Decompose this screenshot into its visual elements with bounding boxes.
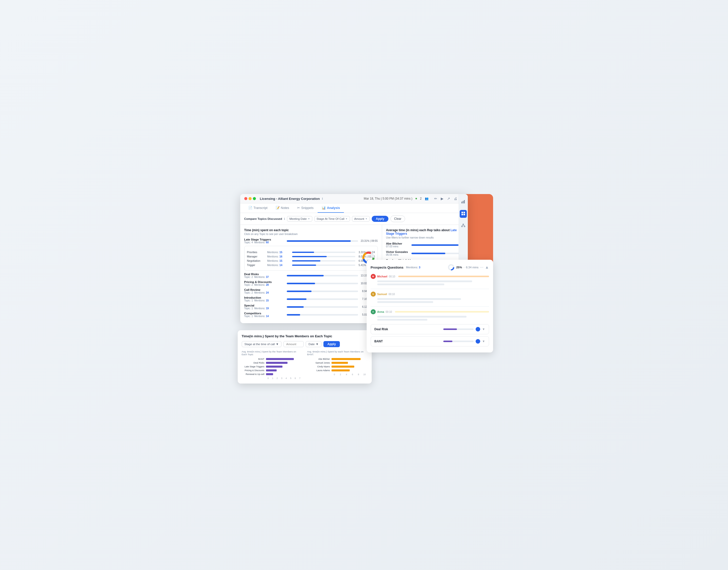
tab-snippets-label: Snippets: [301, 206, 314, 210]
rep-row-abe: Abe Blicher 07:03 mins: [386, 242, 464, 248]
info-icon[interactable]: ℹ: [322, 197, 323, 200]
topic-row-introduction[interactable]: Introduction Topic: 1 Mentions: 15 7.16%…: [244, 296, 378, 302]
topic-meta-deal-risks: Topic: 2 Mentions: 37: [244, 276, 285, 278]
maximize-window-btn[interactable]: [253, 197, 256, 200]
tab-transcript-label: Transcript: [253, 206, 267, 210]
svg-rect-11: [464, 214, 465, 215]
svg-rect-8: [462, 212, 463, 213]
right-section-title: Average time (in mins) each Rep talks ab…: [386, 228, 464, 236]
title-bar-left: Licensing - Alliant Energy Corporation ℹ: [244, 197, 323, 201]
window-title: Licensing - Alliant Energy Corporation: [260, 197, 320, 201]
pq-more-button[interactable]: ···: [480, 265, 483, 270]
stage-time-arrow: ▼: [276, 343, 279, 346]
bar-samuel: Samuel Jones: [307, 361, 368, 364]
apply-button[interactable]: Apply: [372, 216, 388, 222]
topic-name-deal-risks: Deal Risks: [244, 273, 285, 276]
sidebar-icon-network[interactable]: [460, 222, 467, 230]
avatar-anna: A: [371, 309, 376, 314]
topic-row-competitors[interactable]: Competitors Topic: 1 Mentions: 14 5.01% …: [244, 312, 378, 318]
tab-transcript[interactable]: 📄 Transcript: [244, 203, 271, 213]
bar-deal-risks: Deal Risks: [242, 361, 302, 364]
sidebar-icon-grid[interactable]: [460, 210, 467, 218]
subtopic-bar-manager: [292, 256, 355, 257]
overlay-bottom-card: Time(in mins.) Spent by the Team Members…: [238, 330, 372, 383]
svg-rect-10: [462, 214, 463, 215]
mini-card-bant[interactable]: BANT ▼: [371, 336, 489, 346]
subtopic-name-manager: Manager: [247, 255, 267, 258]
amount-overlay-input[interactable]: [284, 341, 304, 347]
play-icon[interactable]: ▶: [441, 197, 443, 201]
bar-pricing: Pricing & Discounts: [242, 369, 302, 372]
meeting-date-arrow: ▼: [308, 218, 310, 220]
meeting-date-filter[interactable]: Meeting Date ▼: [287, 216, 312, 222]
bar-bant: BANT: [242, 358, 302, 360]
topic-bar-late-stage: [287, 240, 358, 242]
pq-title: Prospects Questions: [371, 266, 404, 269]
share-icon[interactable]: ↗: [447, 197, 450, 201]
stage-filter[interactable]: Stage At Time Of Call ▼: [314, 216, 350, 222]
deal-risk-arrow[interactable]: ▼: [482, 327, 485, 331]
tabs-bar: 📄 Transcript 📝 Notes ✂ Snippets 📊 Analys…: [240, 203, 468, 213]
clear-button[interactable]: Clear: [390, 216, 405, 222]
subtopic-manager: Manager Mentions: 16 8.01% | 03:24: [247, 255, 375, 258]
topic-row-call-review[interactable]: Call Review Topic: 2 Mentions: 24 8.94% …: [244, 288, 378, 294]
tab-notes-label: Notes: [281, 206, 289, 210]
svg-point-12: [463, 224, 464, 225]
bant-arrow[interactable]: ▼: [482, 340, 485, 343]
mini-card-deal-risk-right: ▼: [443, 327, 485, 331]
svg-point-14: [464, 226, 465, 227]
transcript-lines-michael: [371, 280, 489, 285]
subtopic-trigger: Trigger Mentions: 14 5.41% | 02:18: [247, 264, 375, 267]
edit-icon[interactable]: ✏: [434, 197, 437, 201]
close-window-btn[interactable]: [244, 197, 247, 200]
title-bar-right: Mar 18, Thu | 5:00 PM (34:37 mins ) 2 👥 …: [364, 197, 464, 201]
status-dot: [415, 198, 417, 199]
participants-count: 2: [420, 197, 422, 200]
pq-expand-button[interactable]: ▲: [485, 265, 489, 270]
mini-card-deal-risk[interactable]: Deal Risk ▼: [371, 324, 489, 334]
svg-line-15: [462, 225, 463, 226]
svg-line-16: [463, 225, 465, 226]
compare-info-icon[interactable]: ℹ: [284, 217, 285, 221]
stage-time-filter[interactable]: Stage at the time of call ▼: [242, 341, 282, 347]
minimize-window-btn[interactable]: [248, 197, 251, 200]
filter-bar: Compare Topics Discussed ℹ Meeting Date …: [240, 213, 468, 225]
topic-row-special[interactable]: Special Topic: 1 Mentions: 19 6.12% | 02…: [244, 304, 378, 310]
subtopic-mentions-trigger: Mentions: 14: [267, 264, 290, 267]
michael-highlight-bar: [398, 276, 489, 277]
transcript-lines-anna: [371, 316, 489, 321]
bar-late-stage: Late Stage Triggers: [242, 365, 302, 368]
svg-rect-7: [464, 200, 465, 203]
tab-notes[interactable]: 📝 Notes: [271, 203, 293, 213]
stage-filter-arrow: ▼: [345, 218, 348, 220]
snippets-tab-icon: ✂: [297, 206, 300, 210]
topic-list: Deal Risks Topic: 2 Mentions: 37 13.19% …: [244, 273, 378, 318]
overlay-apply-button[interactable]: Apply: [323, 341, 340, 347]
speaker-row-michael: M Michael 00:10: [371, 274, 489, 279]
topic-stat-late-stage: 23.31% | 09:55: [360, 240, 378, 242]
topic-meta-late-stage: Topic: 4 Mentions: 60: [244, 241, 285, 244]
tab-snippets[interactable]: ✂ Snippets: [293, 203, 318, 213]
topic-row-deal-risks[interactable]: Deal Risks Topic: 2 Mentions: 37 13.19% …: [244, 273, 378, 278]
divider-1: [371, 289, 489, 289]
pq-mentions-count: 3: [419, 266, 420, 269]
subtopic-bar-negotiation: [292, 260, 355, 262]
topic-row-pricing[interactable]: Pricing & Discounts Topic: 2 Mentions: 2…: [244, 280, 378, 286]
amount-filter[interactable]: Amount ▼: [352, 216, 370, 222]
anna-highlight-bar: [395, 311, 489, 313]
print-icon[interactable]: 🖨: [453, 197, 457, 201]
bant-dot: [476, 339, 480, 344]
subtopic-mentions-negotiation: Mentions: 15: [267, 259, 290, 262]
subtopic-bar-fill-negotiation: [292, 260, 321, 262]
highlight-link[interactable]: Late Stage Triggers: [386, 228, 457, 236]
svg-point-13: [462, 226, 463, 227]
stage-time-label: Stage at the time of call: [244, 343, 275, 346]
subtopic-mentions-manager: Mentions: 16: [267, 255, 290, 258]
left-section-title: Time (min) spent on each topic: [244, 228, 378, 232]
date-filter[interactable]: Date ▼: [306, 341, 321, 347]
subtopic-bar-priorities: [292, 252, 355, 253]
tab-analysis[interactable]: 📊 Analysis: [318, 203, 344, 213]
topic-row-late-stage[interactable]: Late Stage Triggers Topic: 4 Mentions: 6…: [244, 238, 378, 244]
sidebar-icon-bar-chart[interactable]: [460, 198, 467, 206]
svg-rect-5: [462, 202, 462, 203]
